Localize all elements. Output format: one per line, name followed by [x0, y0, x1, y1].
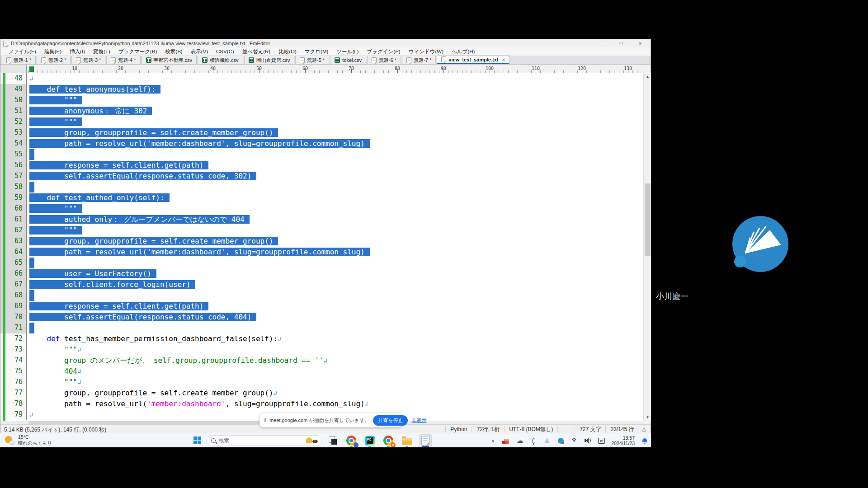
code-line: 62 """: [0, 225, 643, 236]
tab-close-icon[interactable]: ×: [502, 57, 505, 62]
cloud-icon[interactable]: ☁: [516, 436, 524, 445]
start-button[interactable]: [193, 436, 201, 444]
code-line: 57 self.assertEqual(response.status_code…: [0, 171, 643, 182]
running-indicator: [387, 446, 390, 447]
avatar-sub-circle: [734, 256, 746, 267]
app-dot-icon[interactable]: [557, 438, 564, 444]
document-tab[interactable]: 無題-1 *: [2, 56, 36, 64]
menu-item[interactable]: ブックマーク(B): [114, 47, 161, 56]
code-line: 65: [0, 258, 643, 268]
close-button[interactable]: ×: [631, 39, 650, 47]
remote-grid-icon[interactable]: ▦: [503, 437, 510, 444]
weather-widget[interactable]: 15°C 晴れのちくもり: [5, 434, 52, 446]
line-number: 55: [14, 150, 23, 158]
newline-mark-icon: ↲: [77, 379, 81, 386]
stop-sharing-button[interactable]: 共有を停止: [373, 415, 408, 426]
menu-item[interactable]: 表示(V): [187, 47, 212, 56]
menu-item[interactable]: 検索(S): [161, 47, 186, 56]
vertical-scrollbar-thumb[interactable]: [645, 183, 651, 256]
document-tab[interactable]: 横浜繊維.csv: [198, 56, 243, 64]
menu-item[interactable]: 比較(O): [274, 47, 301, 56]
tab-bar: 無題-1 *無題-2 *無題-3 *無題-4 *宇都宮不動産.csv横浜繊維.c…: [0, 56, 651, 65]
document-tab[interactable]: 岡山百貨店.csv: [244, 56, 295, 64]
menu-item[interactable]: ヘルプ(H): [448, 47, 479, 56]
document-tab[interactable]: 無題-5 *: [295, 56, 329, 64]
drag-handle-icon[interactable]: ‖: [264, 417, 266, 423]
menu-item[interactable]: プラグイン(P): [363, 47, 404, 56]
search-input[interactable]: [219, 438, 305, 443]
document-tab[interactable]: view_test_sample.txt×: [437, 55, 509, 64]
code-editor-area[interactable]: 48↲49 def test_anonymous(self):50 """51 …: [0, 73, 643, 421]
horizontal-scrollbar-thumb[interactable]: [28, 421, 282, 424]
ruler-cursor-marker: [29, 66, 34, 72]
chrome-pin-app-button[interactable]: [345, 434, 358, 447]
document-tab[interactable]: 無題-7 *: [402, 56, 436, 64]
status-bell-icon[interactable]: △: [639, 426, 650, 432]
menu-item[interactable]: ファイル(F): [4, 47, 40, 56]
menu-item[interactable]: 変換(T): [89, 47, 114, 56]
code-line: 69 response = self.client.get(path): [0, 301, 643, 312]
document-tab[interactable]: 無題-6 *: [367, 56, 401, 64]
running-indicator: [350, 446, 353, 447]
window-titlebar[interactable]: D:\Dropbox\galapagos\contents\lecture\Py…: [0, 39, 651, 47]
scroll-up-arrow-icon[interactable]: ▲: [644, 73, 651, 80]
tab-label: 横浜繊維.csv: [210, 57, 239, 64]
code-line: 63 group, groupprofile = self.create_mem…: [0, 236, 643, 247]
newline-mark-icon: ↲: [77, 346, 81, 353]
microphone-icon[interactable]: [530, 438, 537, 443]
vertical-scrollbar[interactable]: ▲ ▼: [643, 73, 651, 421]
wifi-icon[interactable]: [571, 438, 578, 443]
emeditor-taskbar-button[interactable]: [419, 434, 432, 447]
line-number: 60: [14, 204, 23, 212]
status-segment: 727 文字: [575, 426, 605, 432]
volume-icon[interactable]: [584, 438, 591, 443]
menu-item[interactable]: 挿入(I): [66, 47, 89, 56]
newline-mark-icon: ↲: [29, 411, 33, 418]
code-line: 77 group, groupprofile = self.create_mem…: [0, 388, 643, 399]
taskbar-search[interactable]: [206, 435, 322, 446]
menu-item[interactable]: CSV(C): [212, 47, 238, 56]
file-explorer-button[interactable]: [401, 434, 413, 447]
meet-share-banner: ‖ meet.google.com が画面を共有しています。 共有を停止 非表示: [259, 413, 401, 427]
explorer-folder-icon: [402, 438, 412, 445]
code-line: 60 """: [0, 203, 643, 214]
code-line: 49 def test_anonymous(self):: [0, 84, 643, 95]
taskbar-clock[interactable]: 13:57 2024/11/23: [611, 435, 635, 446]
line-number: 58: [14, 183, 23, 191]
document-tab[interactable]: 無題-4 *: [106, 56, 140, 64]
weather-temp: 15°C: [18, 434, 28, 440]
search-icon: [211, 438, 216, 443]
line-number: 67: [14, 280, 23, 288]
status-right-segments: Python72行, 1桁UTF-8 (BOM無し)727 文字23/145 行…: [445, 425, 650, 433]
menu-item[interactable]: ウィンドウ(W): [405, 47, 448, 56]
menu-item[interactable]: マクロ(M): [301, 47, 333, 56]
document-tab[interactable]: 宇都宮不動産.csv: [142, 56, 197, 64]
document-tab[interactable]: 無題-2 *: [37, 56, 71, 64]
notification-bell-icon[interactable]: [642, 438, 647, 443]
document-tab[interactable]: tokei.csv: [330, 56, 366, 64]
ime-icon[interactable]: ⇄: [598, 438, 605, 444]
hide-banner-link[interactable]: 非表示: [411, 417, 426, 424]
taskbar-app-icons: PC k: [326, 434, 432, 447]
menu-item[interactable]: 並べ替え(R): [238, 47, 275, 56]
document-tab[interactable]: 無題-3 *: [71, 56, 105, 64]
tab-label: tokei.csv: [342, 57, 362, 63]
line-number: 51: [14, 107, 23, 115]
maximize-button[interactable]: □: [612, 39, 631, 47]
chevron-up-icon[interactable]: ∧: [489, 438, 496, 443]
menu-item[interactable]: ツール(L): [332, 47, 363, 56]
weather-sun-cloud-icon: [5, 435, 15, 446]
line-number: 65: [14, 258, 23, 267]
pycharm-app-button[interactable]: PC: [363, 434, 376, 447]
line-number: 52: [14, 117, 23, 126]
tab-label: 無題-5 *: [307, 57, 325, 64]
csv-file-icon: [146, 57, 151, 63]
chrome-profile-app-button[interactable]: k: [382, 434, 395, 447]
line-number: 69: [14, 302, 23, 310]
minimize-button[interactable]: –: [593, 39, 612, 47]
line-number: 56: [14, 161, 23, 169]
menu-item[interactable]: 編集(E): [40, 47, 66, 56]
scroll-down-arrow-icon[interactable]: ▼: [644, 414, 651, 421]
layers-app-button[interactable]: [326, 434, 339, 447]
antenna-icon[interactable]: [543, 438, 551, 443]
